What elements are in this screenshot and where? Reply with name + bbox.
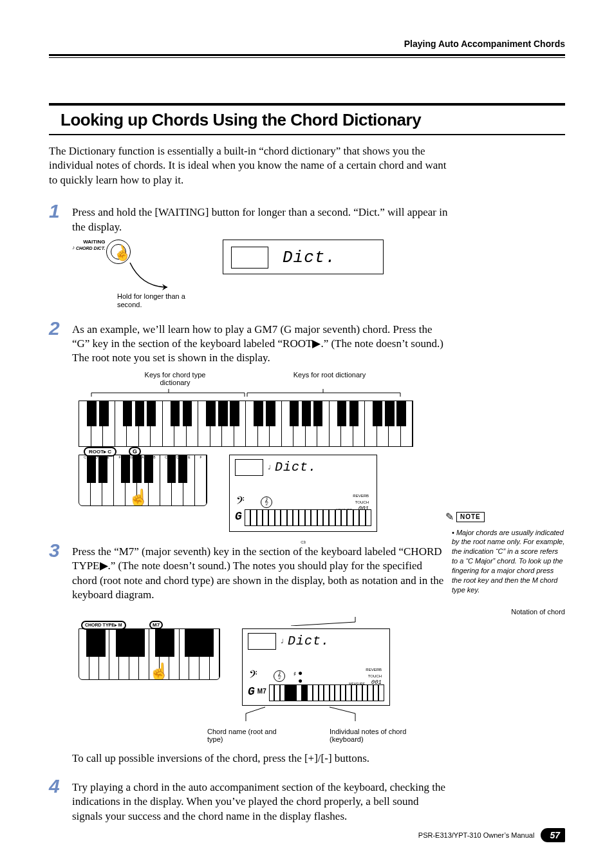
root-key-circle: G — [129, 447, 141, 456]
lcd-main-text: Dict. — [288, 634, 330, 648]
reverb-label: REVERB — [366, 668, 382, 672]
step2-figure: Keys for chord type dictionary Keys for … — [72, 371, 565, 532]
title-top-rule — [49, 103, 565, 106]
kb-label-chord-type: Keys for chord type dictionary — [130, 371, 220, 386]
hold-caption: Hold for longer than a second. — [117, 292, 207, 309]
treble-clef-icon: 𝄞 — [261, 496, 272, 508]
lcd-main-text: Dict. — [275, 460, 317, 475]
step-number: 3 — [49, 541, 66, 560]
step-number: 4 — [49, 777, 66, 796]
waiting-button-figure: WAITING ♪CHORD DICT. ☝ — [72, 240, 207, 264]
section-title: Looking up Chords Using the Chord Dictio… — [49, 108, 565, 134]
page-footer: PSR-E313/YPT-310 Owner’s Manual 57 — [49, 828, 565, 842]
page-header: Playing Auto Accompaniment Chords — [49, 39, 565, 52]
kb-label-root: Keys for root dictionary — [284, 371, 375, 386]
step3-figure: Notation of chord CHORD TYPE▸ M M7 ☝ ♩ — [72, 608, 565, 743]
header-rule-thin — [49, 57, 565, 58]
step-1: 1 Press and hold the [WAITING] button fo… — [49, 202, 448, 234]
page-number: 57 — [541, 828, 565, 842]
header-section-title: Playing Auto Accompaniment Chords — [404, 39, 565, 49]
step-4: 4 Try playing a chord in the auto accomp… — [49, 777, 448, 824]
touch-label: TOUCH — [355, 500, 369, 504]
reverb-label: REVERB — [353, 494, 369, 498]
hand-icon: ☝ — [149, 662, 169, 680]
lcd-mini-keyboard — [245, 509, 371, 526]
caption-pointer-lines-icon — [227, 706, 420, 721]
full-keyboard-diagram — [79, 401, 413, 447]
waiting-label-sub: CHORD DICT. — [76, 246, 105, 251]
step-2: 2 As an example, we’ll learn how to play… — [49, 319, 448, 366]
waiting-label-top: WAITING — [72, 240, 105, 245]
chord-type-tag: CHORD TYPE▸ M — [81, 621, 126, 630]
step-body: As an example, we’ll learn how to play a… — [72, 319, 448, 366]
title-bottom-rule — [49, 134, 565, 135]
step1-figure: WAITING ♪CHORD DICT. ☝ Hold for longer t… — [72, 240, 565, 309]
section-title-block: Looking up Chords Using the Chord Dictio… — [49, 103, 565, 135]
pencil-icon: ✎ — [445, 510, 454, 524]
round-button-icon: ☝ — [106, 240, 131, 264]
step-number: 1 — [49, 202, 66, 221]
root-keyboard-wrapper: ROOT▸ C G CDEFGABCDEF ☝ — [79, 455, 214, 506]
lcd-display: Dict. — [223, 240, 384, 274]
lcd-chord-type-indicator: M7 — [257, 688, 266, 695]
step-3: 3 Press the “M7” (major seventh) key in … — [49, 541, 448, 603]
pointer-line-icon — [284, 617, 426, 626]
lcd-chord-slot — [248, 633, 276, 650]
treble-clef-icon: 𝄞 — [274, 670, 285, 682]
step-number: 2 — [49, 319, 66, 338]
arrow-curve-icon — [129, 261, 180, 291]
step3-postline: To call up possible inversions of the ch… — [72, 752, 458, 765]
manual-name: PSR-E313/YPT-310 Owner’s Manual — [418, 831, 535, 839]
chord-type-key-circle: M7 — [149, 621, 163, 629]
step-body: Press the “M7” (major seventh) key in th… — [72, 541, 448, 603]
chord-type-keyboard-diagram: ☝ — [79, 628, 220, 680]
note-label: NOTE — [456, 512, 485, 522]
step-body: Press and hold the [WAITING] button for … — [72, 202, 448, 234]
lcd-staff-icon: 𝄢 𝄞 8va REVERB TOUCH ♯ ● ● MEASURE 001 — [248, 666, 384, 668]
lcd-main-text: Dict. — [283, 248, 336, 267]
chord-name-caption: Chord name (root and type) — [207, 728, 291, 743]
hand-icon: ☝ — [128, 488, 149, 506]
step-body: Try playing a chord in the auto accompan… — [72, 777, 448, 824]
root-keyboard-tag: ROOT▸ C — [84, 447, 116, 457]
touch-label: TOUCH — [368, 674, 382, 678]
lcd-chord-slot — [231, 247, 268, 269]
lcd-root-indicator: G — [235, 510, 242, 523]
notation-of-chord-label: Notation of chord — [317, 608, 565, 616]
header-rule — [49, 54, 565, 56]
lcd-display-step2: ♩ Dict. 𝄢 𝄞 8va REVERB TOUCH MEASURE 001… — [229, 455, 377, 532]
root-keyboard-diagram: CDEFGABCDEF ☝ — [79, 455, 207, 506]
lcd-chord-slot — [235, 459, 263, 476]
chord-type-keyboard-wrapper: CHORD TYPE▸ M M7 ☝ — [79, 628, 227, 680]
individual-notes-caption: Individual notes of chord (keyboard) — [330, 728, 439, 743]
note-text: Major chords are usually indicated by th… — [452, 528, 565, 595]
intro-paragraph: The Dictionary function is essentially a… — [49, 144, 448, 187]
note-sidebar: ✎ NOTE Major chords are usually indicate… — [445, 510, 565, 595]
bracket-icon — [79, 389, 413, 398]
lcd-mini-keyboard — [269, 684, 384, 701]
lcd-display-step3: ♩ Dict. 𝄢 𝄞 8va REVERB TOUCH ♯ ● ● MEASU… — [242, 628, 390, 706]
lcd-root-indicator: G — [248, 685, 255, 698]
note-icon: ♪ — [72, 245, 75, 251]
